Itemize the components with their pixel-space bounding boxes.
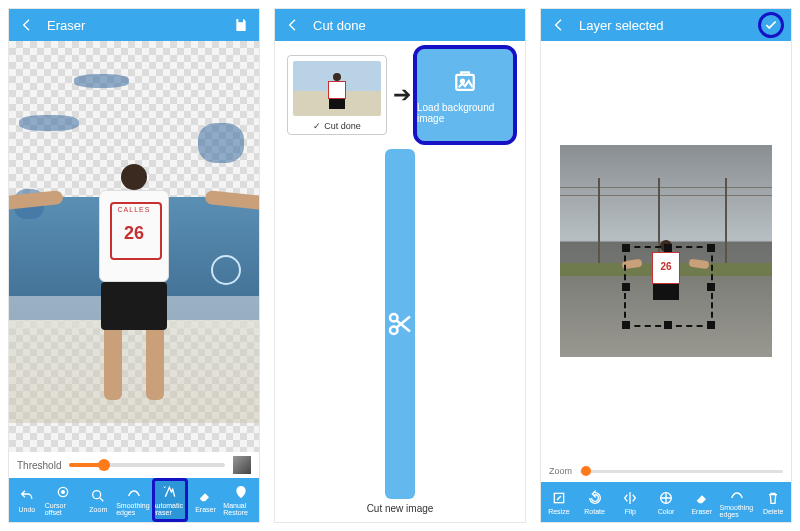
cut-new-image-button[interactable] <box>385 149 415 499</box>
svg-point-2 <box>93 490 101 498</box>
threshold-slider[interactable] <box>69 463 225 467</box>
threshold-row: Threshold <box>9 452 259 478</box>
selection-box[interactable] <box>624 246 713 327</box>
tool-label: Resize <box>548 508 569 515</box>
tool-label: Color <box>658 508 675 515</box>
tool-label: Flip <box>625 508 636 515</box>
back-icon[interactable] <box>551 17 567 33</box>
jersey-number: 26 <box>100 223 168 244</box>
svg-point-1 <box>61 491 64 494</box>
flip-button[interactable]: Flip <box>612 482 648 522</box>
confirm-icon[interactable] <box>761 15 781 35</box>
automatic-eraser-button[interactable]: Automatic eraser <box>152 478 188 522</box>
cut-done-label: ✓Cut done <box>313 121 361 131</box>
jersey-name: CALLES <box>100 206 168 213</box>
cut-done-thumb[interactable]: ✓Cut done <box>287 55 387 135</box>
back-icon[interactable] <box>19 17 35 33</box>
save-icon[interactable] <box>233 17 249 33</box>
page-title: Cut done <box>313 18 515 33</box>
rotate-button[interactable]: Rotate <box>577 482 613 522</box>
arrow-right-icon: ➔ <box>393 82 411 108</box>
tool-label: Delete <box>763 508 783 515</box>
threshold-label: Threshold <box>17 460 61 471</box>
compositor-canvas[interactable]: 26 <box>541 41 791 460</box>
tool-label: Undo <box>18 506 35 513</box>
tool-label: Zoom <box>89 506 107 513</box>
editor-canvas[interactable]: CALLES 26 <box>9 41 259 452</box>
tool-label: Manual Restore <box>223 502 259 516</box>
back-icon[interactable] <box>285 17 301 33</box>
tool-label: Cursor offset <box>45 502 81 516</box>
tool-label: Eraser <box>691 508 712 515</box>
color-button[interactable]: Color <box>648 482 684 522</box>
screen-eraser: Eraser CALLES 26 Threshold <box>8 8 260 523</box>
page-title: Layer selected <box>579 18 749 33</box>
tool-label: Automatic eraser <box>152 502 188 516</box>
delete-button[interactable]: Delete <box>755 482 791 522</box>
topbar: Cut done <box>275 9 525 41</box>
tool-label: Smoothing edges <box>116 502 152 516</box>
cutout-subject: CALLES 26 <box>49 164 219 404</box>
zoom-slider[interactable] <box>580 470 783 473</box>
tool-label: Rotate <box>584 508 605 515</box>
toolbar: Undo Cursor offset Zoom Smoothing edges … <box>9 478 259 522</box>
screen-cut-done: Cut done ✓Cut done ➔ Load background ima… <box>274 8 526 523</box>
tool-label: Eraser <box>195 506 216 513</box>
topbar: Eraser <box>9 9 259 41</box>
cursor-offset-button[interactable]: Cursor offset <box>45 478 81 522</box>
cut-new-label: Cut new image <box>367 503 434 514</box>
load-background-label: Load background image <box>417 102 513 124</box>
zoom-row: Zoom <box>541 460 791 482</box>
tool-label: Smoothing edges <box>720 504 756 518</box>
zoom-button[interactable]: Zoom <box>80 478 116 522</box>
page-title: Eraser <box>47 18 221 33</box>
screen-layer-selected: Layer selected 26 <box>540 8 792 523</box>
load-background-button[interactable]: Load background image <box>417 49 513 141</box>
undo-button[interactable]: Undo <box>9 478 45 522</box>
eraser-button[interactable]: Eraser <box>188 478 224 522</box>
smoothing-edges-button[interactable]: Smoothing edges <box>116 478 152 522</box>
cursor-target-icon <box>211 255 241 285</box>
manual-restore-button[interactable]: Manual Restore <box>223 478 259 522</box>
smoothing-edges-button[interactable]: Smoothing edges <box>720 482 756 522</box>
topbar: Layer selected <box>541 9 791 41</box>
resize-button[interactable]: Resize <box>541 482 577 522</box>
toolbar: Resize Rotate Flip Color Eraser Smoothin… <box>541 482 791 522</box>
zoom-label: Zoom <box>549 466 572 476</box>
eraser-button[interactable]: Eraser <box>684 482 720 522</box>
color-swatch[interactable] <box>233 456 251 474</box>
